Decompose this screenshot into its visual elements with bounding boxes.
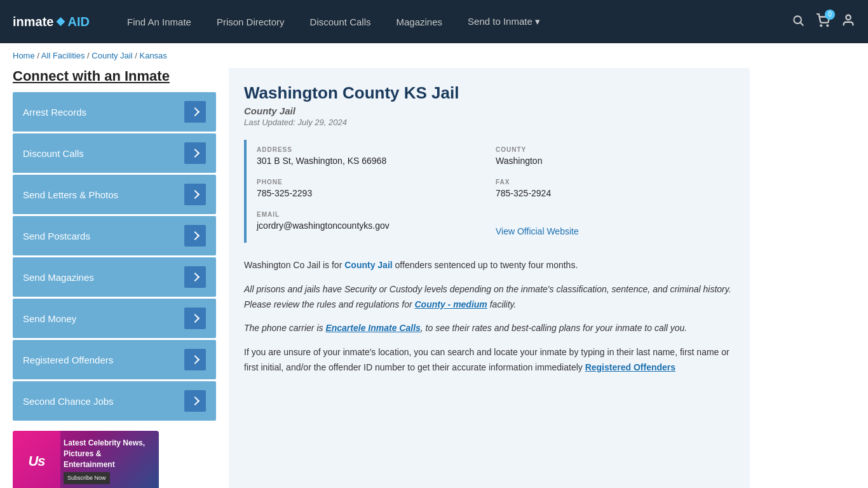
email-label: EMAIL <box>257 211 489 218</box>
sidebar-btn-second-chance-label: Second Chance Jobs <box>23 396 114 407</box>
sidebar: Connect with an Inmate Arrest Records Di… <box>13 68 216 488</box>
breadcrumb-kansas[interactable]: Kansas <box>139 51 166 60</box>
breadcrumb-home[interactable]: Home <box>13 51 35 60</box>
sidebar-btn-arrest-records[interactable]: Arrest Records <box>13 92 216 132</box>
main-layout: Connect with an Inmate Arrest Records Di… <box>0 68 763 488</box>
site-header: inmate AID Find An Inmate Prison Directo… <box>0 0 868 43</box>
facility-type: County Jail <box>244 105 735 116</box>
desc-para-4: If you are unsure of your inmate's locat… <box>244 345 735 376</box>
breadcrumb-county-jail[interactable]: County Jail <box>92 51 132 60</box>
county-label: COUNTY <box>496 146 728 153</box>
nav-prison-directory[interactable]: Prison Directory <box>204 0 297 43</box>
sidebar-btn-send-magazines-label: Send Magazines <box>23 272 94 283</box>
desc-para1-post: offenders sentenced up to twenty four mo… <box>393 260 578 270</box>
header-icons: 0 <box>792 13 855 30</box>
county-cell: COUNTY Washington <box>496 140 735 172</box>
email-value: jcordry@washingtoncountyks.gov <box>257 220 489 231</box>
desc-county-medium-link[interactable]: County - medium <box>414 299 487 309</box>
facility-last-updated: Last Updated: July 29, 2024 <box>244 118 735 127</box>
chevron-icon-offenders <box>184 349 206 370</box>
sidebar-btn-registered-offenders-label: Registered Offenders <box>23 355 113 365</box>
phone-label: PHONE <box>257 179 489 186</box>
desc-registered-offenders-link[interactable]: Registered Offenders <box>585 362 675 372</box>
phone-cell: PHONE 785-325-2293 <box>257 172 496 205</box>
sidebar-btn-send-letters-label: Send Letters & Photos <box>23 189 118 200</box>
sidebar-title: Connect with an Inmate <box>13 68 216 85</box>
sidebar-btn-send-postcards-label: Send Postcards <box>23 231 90 241</box>
desc-encartele-link[interactable]: Encartele Inmate Calls <box>325 323 420 333</box>
nav-find-inmate[interactable]: Find An Inmate <box>114 0 204 43</box>
sidebar-btn-arrest-records-label: Arrest Records <box>23 107 86 118</box>
logo-inmate-text: inmate <box>13 15 53 29</box>
sidebar-btn-send-magazines[interactable]: Send Magazines <box>13 257 216 297</box>
cart-badge: 0 <box>825 10 835 20</box>
facility-description: Washington Co Jail is for County Jail of… <box>244 258 735 376</box>
chevron-icon-discount <box>184 142 206 164</box>
desc-para3-pre: The phone carrier is <box>244 323 325 333</box>
fax-value: 785-325-2924 <box>496 188 728 198</box>
facility-content: Washington County KS Jail County Jail La… <box>229 68 750 488</box>
email-cell: EMAIL jcordry@washingtoncountyks.gov <box>257 205 496 243</box>
desc-para3-post: , to see their rates and best-calling pl… <box>421 323 687 333</box>
sidebar-btn-send-money-label: Send Money <box>23 313 76 324</box>
site-logo[interactable]: inmate AID <box>13 15 95 29</box>
fax-cell: FAX 785-325-2924 <box>496 172 735 205</box>
chevron-icon-magazines <box>184 266 206 288</box>
main-nav: Find An Inmate Prison Directory Discount… <box>114 0 773 43</box>
sidebar-btn-second-chance[interactable]: Second Chance Jobs <box>13 381 216 421</box>
chevron-icon-postcards <box>184 225 206 247</box>
phone-value: 785-325-2293 <box>257 188 489 198</box>
logo-diamond-icon <box>56 17 65 26</box>
svg-point-2 <box>820 25 822 26</box>
sidebar-btn-send-money[interactable]: Send Money <box>13 299 216 338</box>
facility-name: Washington County KS Jail <box>244 83 735 103</box>
desc-para-1: Washington Co Jail is for County Jail of… <box>244 258 735 273</box>
address-cell: ADDRESS 301 B St, Washington, KS 66968 <box>257 140 496 172</box>
sidebar-btn-registered-offenders[interactable]: Registered Offenders <box>13 340 216 379</box>
chevron-icon-jobs <box>184 390 206 412</box>
desc-para2-post: facility. <box>487 299 517 309</box>
search-icon[interactable] <box>792 14 804 30</box>
nav-send-to-inmate[interactable]: Send to Inmate ▾ <box>455 0 553 43</box>
sidebar-ad-subscribe-button[interactable]: Subscribe Now <box>64 472 110 484</box>
website-cell: View Official Website <box>496 205 735 243</box>
cart-icon[interactable]: 0 <box>816 13 830 30</box>
breadcrumb-all-facilities[interactable]: All Facilities <box>41 51 85 60</box>
sidebar-btn-send-postcards[interactable]: Send Postcards <box>13 216 216 255</box>
county-value: Washington <box>496 156 728 166</box>
chevron-icon-money <box>184 308 206 329</box>
nav-discount-calls[interactable]: Discount Calls <box>297 0 384 43</box>
desc-county-jail-link[interactable]: County Jail <box>344 260 392 270</box>
logo-aid-text: AID <box>67 15 89 29</box>
sidebar-advertisement[interactable]: Us Latest Celebrity News, Pictures & Ent… <box>13 431 159 488</box>
breadcrumb: Home / All Facilities / County Jail / Ka… <box>0 43 868 68</box>
desc-para1-pre: Washington Co Jail is for <box>244 260 344 270</box>
desc-para-3: The phone carrier is Encartele Inmate Ca… <box>244 321 735 336</box>
sidebar-btn-discount-calls[interactable]: Discount Calls <box>13 133 216 173</box>
user-icon[interactable] <box>841 13 855 30</box>
svg-point-3 <box>827 25 828 26</box>
view-official-website-link[interactable]: View Official Website <box>496 226 579 236</box>
sidebar-btn-send-letters[interactable]: Send Letters & Photos <box>13 175 216 214</box>
nav-magazines[interactable]: Magazines <box>383 0 455 43</box>
svg-point-4 <box>846 15 850 19</box>
chevron-icon-letters <box>184 184 206 205</box>
svg-line-1 <box>801 22 804 25</box>
sidebar-ad-headline: Latest Celebrity News, Pictures & Entert… <box>64 438 145 469</box>
chevron-icon-arrest <box>184 101 206 123</box>
svg-point-0 <box>794 16 801 24</box>
sidebar-btn-discount-calls-label: Discount Calls <box>23 148 84 159</box>
address-value: 301 B St, Washington, KS 66968 <box>257 156 489 166</box>
desc-para-2: All prisons and jails have Security or C… <box>244 282 735 313</box>
facility-info-grid: ADDRESS 301 B St, Washington, KS 66968 C… <box>244 140 735 243</box>
address-label: ADDRESS <box>257 146 489 153</box>
fax-label: FAX <box>496 179 728 186</box>
